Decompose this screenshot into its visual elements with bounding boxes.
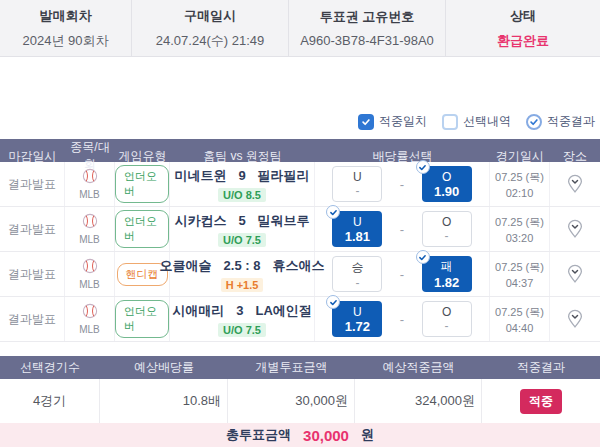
bet-option[interactable]: U -: [332, 166, 382, 202]
score: 9: [238, 168, 245, 183]
baseball-icon: [82, 168, 98, 188]
score: 5: [238, 213, 245, 228]
game-time: 02:10: [506, 187, 534, 199]
away-team: LA에인절: [255, 302, 311, 320]
option-label: U: [353, 170, 362, 184]
games-table-header: 마감일시 종목/대회 게임유형 홈팀 vs 원정팀 배당률선택 경기일시 장소: [0, 139, 600, 162]
score: 2.5 : 8: [224, 258, 261, 273]
league-label: MLB: [79, 189, 100, 200]
option-label: U: [353, 215, 362, 229]
line-badge: U/O 8.5: [218, 188, 266, 202]
venue-pin-icon[interactable]: [550, 297, 600, 341]
odds-selection: 승 - - 패 1.82: [315, 252, 490, 296]
home-team: 시카컵스: [174, 212, 226, 230]
option-odds: -: [445, 319, 449, 333]
game-time: 04:37: [506, 277, 534, 289]
deadline-status: 결과발표: [0, 252, 65, 296]
bet-option[interactable]: O -: [422, 211, 472, 247]
filter-label: 적중일치: [379, 113, 427, 130]
game-row: 결과발표 MLB 언더오버 시카컵스5밀워브루 U/O 7.5 U 1.8: [0, 207, 600, 252]
checkbox-icon[interactable]: [442, 114, 458, 130]
match-cell: 미네트윈9필라필리 U/O 8.5: [170, 162, 315, 206]
selected-check-icon: [416, 250, 430, 264]
game-datetime: 07.25 (목) 03:20: [490, 207, 550, 251]
option-separator: -: [400, 177, 404, 192]
match-cell: 시애매리3LA에인절 U/O 7.5: [170, 297, 315, 341]
option-odds: -: [355, 276, 359, 290]
checkbox-icon[interactable]: [358, 114, 374, 130]
checkbox-icon[interactable]: [526, 114, 542, 130]
info-label: 투표권 고유번호: [320, 8, 415, 26]
option-odds: 1.72: [345, 319, 370, 334]
league-label: MLB: [79, 279, 100, 290]
info-value: A960-3B78-4F31-98A0: [300, 33, 434, 48]
column-header: 선택경기수: [0, 359, 100, 376]
home-team: 시애매리: [172, 302, 224, 320]
info-purchase-datetime: 구매일시 24.07.24(수) 21:49: [132, 0, 289, 56]
venue-pin-icon[interactable]: [550, 207, 600, 251]
game-date: 07.25 (목): [495, 260, 544, 275]
venue-pin-icon[interactable]: [550, 252, 600, 296]
hit-result-badge: 적중: [520, 389, 562, 414]
status-badge: 환급완료: [497, 32, 549, 50]
deadline-status: 결과발표: [0, 297, 65, 341]
score: 3: [236, 303, 243, 318]
filter-hit-result[interactable]: 적중결과: [526, 113, 595, 130]
odds-selection: U 1.72 - O -: [315, 297, 490, 341]
bet-option[interactable]: O 1.90: [422, 166, 472, 202]
bet-option[interactable]: O -: [422, 301, 472, 337]
games-table-body: 결과발표 MLB 언더오버 미네트윈9필라필리 U/O 8.5 U -: [0, 162, 600, 342]
info-value: 2024년 90회차: [23, 32, 109, 50]
total-bet-amount: 30,000: [303, 427, 349, 444]
home-team: 미네트윈: [174, 167, 226, 185]
league-label: MLB: [79, 234, 100, 245]
ticket-info-bar: 발매회차 2024년 90회차 구매일시 24.07.24(수) 21:49 투…: [0, 0, 600, 57]
total-bet-label: 총투표금액: [226, 426, 291, 444]
expected-odds: 10.8배: [100, 379, 228, 423]
unit-bet-amount: 30,000원: [228, 379, 355, 423]
odds-selection: U 1.81 - O -: [315, 207, 490, 251]
bet-summary-table: 선택경기수 예상배당률 개별투표금액 예상적중금액 적중결과 4경기 10.8배…: [0, 356, 600, 423]
bet-option[interactable]: 승 -: [332, 256, 382, 292]
info-status: 상태 환급완료: [446, 0, 600, 56]
total-bet-footer: 총투표금액 30,000 원: [0, 423, 600, 447]
filter-selection-detail[interactable]: 선택내역: [442, 113, 511, 130]
option-separator: -: [400, 312, 404, 327]
line-badge: U/O 7.5: [218, 233, 266, 247]
selected-check-icon: [326, 205, 340, 219]
selected-check-icon: [416, 160, 430, 174]
game-datetime: 07.25 (목) 04:40: [490, 297, 550, 341]
venue-pin-icon[interactable]: [550, 162, 600, 206]
game-date: 07.25 (목): [495, 170, 544, 185]
option-label: U: [353, 305, 362, 319]
sport-league: MLB: [65, 252, 115, 296]
bet-option[interactable]: U 1.72: [332, 301, 382, 337]
option-separator: -: [400, 267, 404, 282]
game-row: 결과발표 MLB 언더오버 미네트윈9필라필리 U/O 8.5 U -: [0, 162, 600, 207]
expected-payout: 324,000원: [355, 379, 482, 423]
baseball-icon: [82, 258, 98, 278]
game-datetime: 07.25 (목) 02:10: [490, 162, 550, 206]
game-date: 07.25 (목): [495, 215, 544, 230]
info-round: 발매회차 2024년 90회차: [0, 0, 132, 56]
game-row: 결과발표 MLB 핸디캡 오클애슬2.5 : 8휴스애스 H +1.5 승: [0, 252, 600, 297]
game-type-badge: 언더오버: [115, 165, 169, 203]
match-cell: 오클애슬2.5 : 8휴스애스 H +1.5: [170, 252, 315, 296]
deadline-status: 결과발표: [0, 162, 65, 206]
column-header: 예상적중금액: [355, 359, 482, 376]
bet-option[interactable]: U 1.81: [332, 211, 382, 247]
filter-toolbar: 적중일치 선택내역 적중결과: [0, 57, 600, 139]
game-type-badge: 언더오버: [115, 210, 169, 248]
filter-hit-match[interactable]: 적중일치: [358, 113, 427, 130]
odds-selection: U - - O 1.90: [315, 162, 490, 206]
line-badge: H +1.5: [221, 278, 264, 292]
game-row: 결과발표 MLB 언더오버 시애매리3LA에인절 U/O 7.5 U 1.: [0, 297, 600, 342]
sport-league: MLB: [65, 162, 115, 206]
option-odds: -: [445, 229, 449, 243]
bet-option[interactable]: 패 1.82: [422, 256, 472, 292]
baseball-icon: [82, 213, 98, 233]
league-label: MLB: [79, 324, 100, 335]
game-time: 04:40: [506, 322, 534, 334]
total-bet-unit: 원: [361, 426, 374, 444]
option-odds: 1.82: [434, 275, 459, 290]
